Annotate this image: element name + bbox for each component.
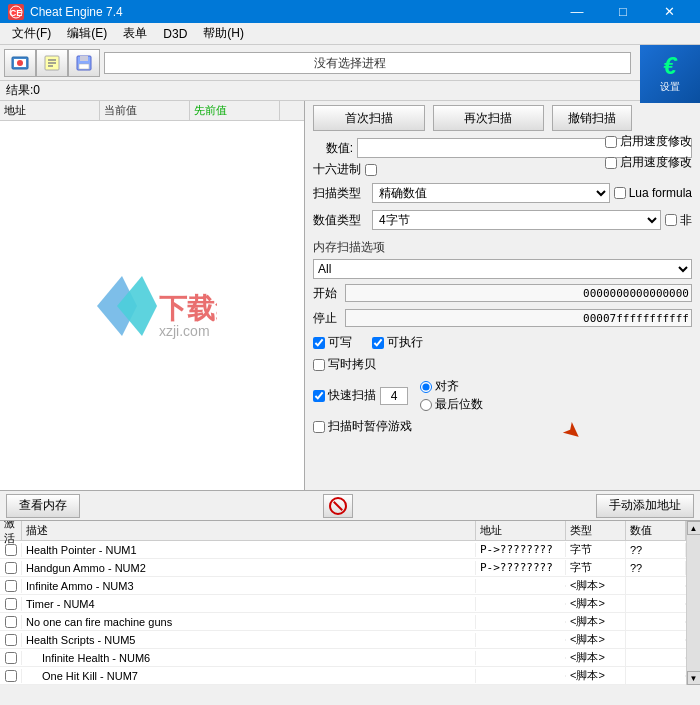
- table-row[interactable]: No one can fire machine guns<脚本>: [0, 613, 686, 631]
- stop-button[interactable]: [323, 494, 353, 518]
- settings-label: 设置: [660, 80, 680, 94]
- data-type-select[interactable]: 4字节: [372, 210, 661, 230]
- cancel-scan-button[interactable]: 撤销扫描: [552, 105, 632, 131]
- speed-hack-1-checkbox[interactable]: [605, 136, 617, 148]
- lua-formula-checkbox[interactable]: [614, 187, 626, 199]
- active-cell[interactable]: [0, 543, 22, 557]
- scan-type-select[interactable]: 精确数值: [372, 183, 610, 203]
- menu-file[interactable]: 文件(F): [4, 23, 59, 44]
- desc-cell: No one can fire machine guns: [22, 615, 476, 629]
- align-radio[interactable]: [420, 381, 432, 393]
- active-checkbox[interactable]: [5, 544, 17, 556]
- value-label: 数值:: [313, 140, 353, 157]
- active-checkbox[interactable]: [5, 580, 17, 592]
- open-file-button[interactable]: [36, 49, 68, 77]
- addr-cell: P->????????: [476, 560, 566, 575]
- watermark: 下载集 xzji.com: [87, 266, 217, 346]
- active-checkbox[interactable]: [5, 562, 17, 574]
- cow-label[interactable]: 写时拷贝: [313, 356, 692, 373]
- table-row[interactable]: Handgun Ammo - NUM2P->????????字节??: [0, 559, 686, 577]
- start-addr-input[interactable]: [345, 284, 692, 302]
- align-options: 对齐 最后位数: [420, 378, 483, 413]
- save-button[interactable]: [68, 49, 100, 77]
- active-cell[interactable]: [0, 669, 22, 683]
- fast-scan-input[interactable]: [380, 387, 408, 405]
- process-path-input[interactable]: [104, 52, 631, 74]
- align-radio-label[interactable]: 对齐: [420, 378, 483, 395]
- value-cell: [626, 657, 686, 659]
- type-cell: <脚本>: [566, 577, 626, 594]
- pause-game-checkbox[interactable]: [313, 421, 325, 433]
- addr-cell: [476, 621, 566, 623]
- scroll-down-button[interactable]: ▼: [687, 671, 701, 685]
- table-row[interactable]: Timer - NUM4<脚本>: [0, 595, 686, 613]
- stop-addr-input[interactable]: [345, 309, 692, 327]
- ct-header: 激活 描述 地址 类型 数值: [0, 521, 686, 541]
- maximize-button[interactable]: □: [600, 0, 646, 23]
- ct-desc-header: 描述: [22, 521, 476, 540]
- active-checkbox[interactable]: [5, 598, 17, 610]
- addr-cell: [476, 585, 566, 587]
- last-digit-radio-label[interactable]: 最后位数: [420, 396, 483, 413]
- scroll-up-button[interactable]: ▲: [687, 521, 701, 535]
- menu-help[interactable]: 帮助(H): [195, 23, 252, 44]
- svg-rect-8: [79, 64, 89, 69]
- menu-table[interactable]: 表单: [115, 23, 155, 44]
- menu-edit[interactable]: 编辑(E): [59, 23, 115, 44]
- not-label[interactable]: 非: [665, 212, 692, 229]
- pause-game-label[interactable]: 扫描时暂停游戏: [313, 418, 412, 435]
- executable-label[interactable]: 可执行: [372, 334, 423, 351]
- close-button[interactable]: ✕: [646, 0, 692, 23]
- active-cell[interactable]: [0, 651, 22, 665]
- active-cell[interactable]: [0, 561, 22, 575]
- minimize-button[interactable]: —: [554, 0, 600, 23]
- table-row[interactable]: One Hit Kill - NUM7<脚本>: [0, 667, 686, 685]
- hex-checkbox[interactable]: [365, 164, 377, 176]
- lua-formula-label[interactable]: Lua formula: [614, 186, 692, 200]
- active-cell[interactable]: [0, 579, 22, 593]
- cow-checkbox[interactable]: [313, 359, 325, 371]
- mem-scan-section: 内存扫描选项: [313, 239, 692, 256]
- table-row[interactable]: Infinite Health - NUM6<脚本>: [0, 649, 686, 667]
- svg-text:xzji.com: xzji.com: [159, 323, 210, 339]
- table-row[interactable]: Infinite Ammo - NUM3<脚本>: [0, 577, 686, 595]
- fast-scan-label[interactable]: 快速扫描: [313, 387, 376, 404]
- executable-checkbox[interactable]: [372, 337, 384, 349]
- start-addr-row: 开始: [313, 284, 692, 302]
- prev-col-header: 先前值: [190, 101, 280, 120]
- svg-rect-7: [80, 56, 88, 61]
- speed-hack-1-label[interactable]: 启用速度修改: [605, 133, 692, 150]
- table-row[interactable]: Health Scripts - NUM5<脚本>: [0, 631, 686, 649]
- active-checkbox[interactable]: [5, 652, 17, 664]
- view-memory-button[interactable]: 查看内存: [6, 494, 80, 518]
- svg-point-4: [17, 60, 23, 66]
- writable-checkbox[interactable]: [313, 337, 325, 349]
- cheat-table-wrapper: 激活 描述 地址 类型 数值 Health Pointer - NUM1P->?…: [0, 521, 700, 685]
- active-cell[interactable]: [0, 615, 22, 629]
- speed-hack-2-label[interactable]: 启用速度修改: [605, 154, 692, 171]
- table-row[interactable]: Health Pointer - NUM1P->????????字节??: [0, 541, 686, 559]
- settings-button[interactable]: € 设置: [640, 45, 700, 103]
- next-scan-button[interactable]: 再次扫描: [433, 105, 545, 131]
- not-checkbox[interactable]: [665, 214, 677, 226]
- open-process-button[interactable]: [4, 49, 36, 77]
- active-cell[interactable]: [0, 633, 22, 647]
- speed-hack-2-checkbox[interactable]: [605, 157, 617, 169]
- last-digit-radio[interactable]: [420, 399, 432, 411]
- active-checkbox[interactable]: [5, 670, 17, 682]
- window-controls: — □ ✕: [554, 0, 692, 23]
- first-scan-button[interactable]: 首次扫描: [313, 105, 425, 131]
- fast-scan-checkbox[interactable]: [313, 390, 325, 402]
- add-address-button[interactable]: 手动添加地址: [596, 494, 694, 518]
- active-checkbox[interactable]: [5, 634, 17, 646]
- active-cell[interactable]: [0, 597, 22, 611]
- scroll-track: [687, 535, 701, 671]
- desc-cell: Infinite Ammo - NUM3: [22, 579, 476, 593]
- ct-body: Health Pointer - NUM1P->????????字节??Hand…: [0, 541, 686, 685]
- addr-cell: P->????????: [476, 542, 566, 557]
- menu-d3d[interactable]: D3D: [155, 25, 195, 43]
- mem-scan-select[interactable]: All: [313, 259, 692, 279]
- active-checkbox[interactable]: [5, 616, 17, 628]
- stop-icon: [329, 497, 347, 515]
- writable-label[interactable]: 可写: [313, 334, 352, 351]
